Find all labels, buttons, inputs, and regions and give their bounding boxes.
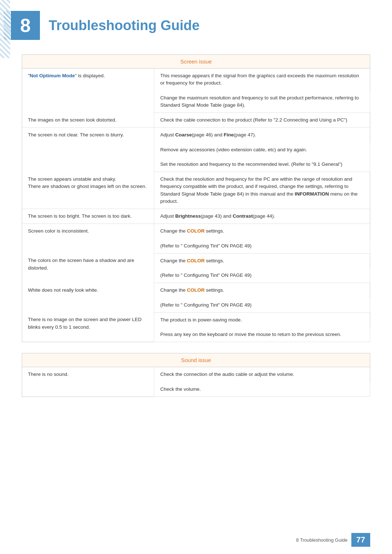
inline-bold: INFORMATION — [295, 191, 329, 197]
table-row: White does not really look white. Change… — [22, 283, 370, 298]
inline-bold-orange: COLOR — [187, 228, 205, 234]
inline-bold: Brightness — [175, 213, 201, 219]
solution-cell: (Refer to " Configuring Tint" ON PAGE 49… — [154, 268, 370, 283]
problem-cell: "Not Optimum Mode" is displayed. — [22, 69, 154, 113]
page-footer: 8 Troubleshooting Guide 77 — [296, 533, 370, 547]
table-row: There is no image on the screen and the … — [22, 312, 370, 327]
solution-cell: Check the cable connection to the produc… — [154, 113, 370, 128]
problem-cell: There is no sound. — [22, 367, 154, 397]
table-row: The screen appears unstable and shaky. T… — [22, 172, 370, 209]
table-row: The images on the screen look distorted.… — [22, 113, 370, 128]
solution-cell: (Refer to " Configuring Tint" ON PAGE 49… — [154, 298, 370, 313]
solution-cell: Change the COLOR settings. — [154, 253, 370, 268]
problem-cell: The screen is too bright. The screen is … — [22, 209, 154, 224]
table-row: The screen is too bright. The screen is … — [22, 209, 370, 224]
solution-cell: Adjust Coarse(page 46) and Fine(page 47)… — [154, 128, 370, 143]
solution-cell: This message appears if the signal from … — [154, 69, 370, 91]
page-header: 8 Troubleshooting Guide — [0, 0, 392, 47]
problem-cell: The colors on the screen have a shadow a… — [22, 253, 154, 283]
inline-bold: Fine — [224, 132, 234, 138]
table-row: Screen color is inconsistent. Change the… — [22, 224, 370, 239]
solution-cell: Remove any accessories (video extension … — [154, 143, 370, 157]
bold-problem-text: Not Optimum Mode — [30, 73, 75, 78]
screen-issue-header: Screen issue — [22, 55, 370, 69]
page-number: 77 — [351, 533, 370, 547]
table-row: The colors on the screen have a shadow a… — [22, 253, 370, 268]
solution-cell: Change the maximum resolution and freque… — [154, 91, 370, 113]
sound-issue-table: Sound issue There is no sound. Check the… — [22, 353, 370, 397]
problem-cell: White does not really look white. — [22, 283, 154, 313]
problem-cell: There is no image on the screen and the … — [22, 312, 154, 342]
solution-cell: The product is in power-saving mode. — [154, 312, 370, 327]
solution-cell: Check the connection of the audio cable … — [154, 367, 370, 382]
problem-cell: The screen appears unstable and shaky. T… — [22, 172, 154, 209]
solution-cell: Press any key on the keyboard or move th… — [154, 327, 370, 342]
solution-cell: Check the volume. — [154, 382, 370, 397]
chapter-badge: 8 — [11, 11, 40, 40]
sound-issue-header: Sound issue — [22, 353, 370, 367]
inline-bold: Contrast — [233, 213, 253, 219]
inline-bold-orange: COLOR — [187, 287, 205, 293]
solution-cell: Change the COLOR settings. — [154, 283, 370, 298]
screen-issue-table: Screen issue "Not Optimum Mode" is displ… — [22, 54, 370, 342]
solution-cell: Adjust Brightness(page 43) and Contrast(… — [154, 209, 370, 224]
table-row: There is no sound. Check the connection … — [22, 367, 370, 382]
chapter-number: 8 — [20, 15, 31, 36]
problem-cell: The screen is not clear. The screen is b… — [22, 128, 154, 172]
inline-bold-orange: COLOR — [187, 258, 205, 263]
page-title: Troubleshooting Guide — [49, 11, 200, 40]
solution-cell: Change the COLOR settings. — [154, 224, 370, 239]
problem-cell: Screen color is inconsistent. — [22, 224, 154, 254]
inline-bold: Coarse — [175, 132, 192, 138]
solution-cell: Set the resolution and frequency to the … — [154, 157, 370, 172]
solution-cell: (Refer to " Configuring Tint" ON PAGE 49… — [154, 239, 370, 254]
footer-label: 8 Troubleshooting Guide — [296, 537, 348, 543]
main-content: Screen issue "Not Optimum Mode" is displ… — [0, 47, 392, 430]
table-row: The screen is not clear. The screen is b… — [22, 128, 370, 143]
table-row: "Not Optimum Mode" is displayed. This me… — [22, 69, 370, 91]
problem-cell: The images on the screen look distorted. — [22, 113, 154, 128]
solution-cell: Check that the resolution and frequency … — [154, 172, 370, 209]
